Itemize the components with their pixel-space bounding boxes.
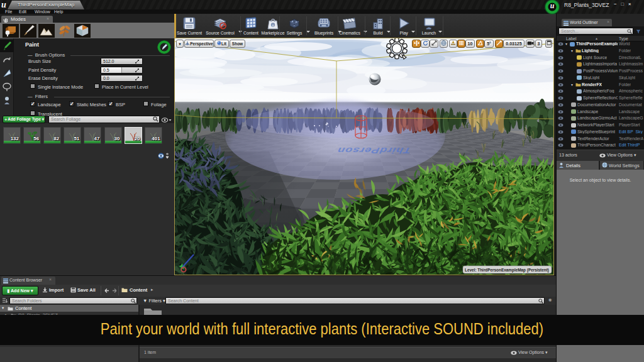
- svg-text:u: u: [272, 23, 274, 27]
- svg-text:Level: ThirdPersonExampleMap: Level: ThirdPersonExampleMap (Persistent…: [465, 268, 549, 273]
- svg-text:ThirdPerson: ThirdPerson: [335, 146, 413, 155]
